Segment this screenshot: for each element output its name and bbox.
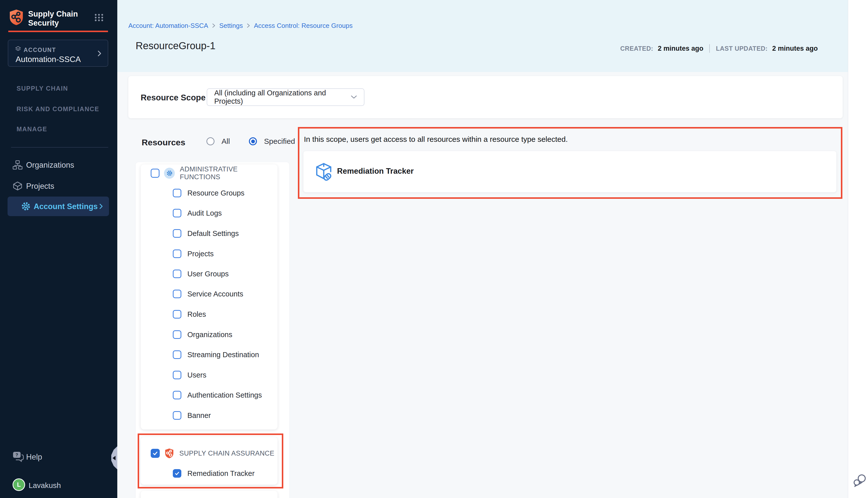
scope-note: In this scope, users get access to all r… xyxy=(304,135,568,144)
resource-label: Roles xyxy=(187,310,206,318)
resource-row: Authentication Settings xyxy=(173,390,262,400)
account-selector[interactable]: ACCOUNT Automation-SSCA xyxy=(8,40,108,67)
gear-badge-icon xyxy=(164,168,175,179)
timestamps: CREATED: 2 minutes ago LAST UPDATED: 2 m… xyxy=(620,44,818,53)
sca-shield-icon xyxy=(164,448,174,459)
resource-scope-value: All (including all Organizations and Pro… xyxy=(214,89,351,105)
resource-label: Streaming Destination xyxy=(187,351,259,359)
account-label: ACCOUNT xyxy=(24,47,56,53)
resource-row: Default Settings xyxy=(173,228,239,238)
feedback-chat-bubbles-icon[interactable] xyxy=(853,474,867,487)
help-button[interactable]: ? Help xyxy=(0,450,75,465)
meta-separator xyxy=(709,44,710,53)
checkbox-banner[interactable] xyxy=(173,411,181,420)
checkbox-resource-groups[interactable] xyxy=(173,189,181,197)
user-name: Lavakush xyxy=(29,481,61,490)
help-chat-icon: ? xyxy=(13,451,24,462)
resource-label: Organizations xyxy=(187,331,232,339)
checkbox-supply-chain-assurance[interactable] xyxy=(151,449,160,458)
resource-label: Authentication Settings xyxy=(187,391,262,399)
resource-label: Service Accounts xyxy=(187,290,243,298)
group-label: ADMINISTRATIVE FUNCTIONS xyxy=(180,166,277,181)
breadcrumb-resource-groups[interactable]: Access Control: Resource Groups xyxy=(254,22,353,30)
resource-scope-select[interactable]: All (including all Organizations and Pro… xyxy=(207,88,364,106)
resource-row: Resource Groups xyxy=(173,188,244,198)
breadcrumb-settings[interactable]: Settings xyxy=(219,22,243,30)
resource-label: Banner xyxy=(187,411,211,420)
sidebar-item-account-settings[interactable]: Account Settings xyxy=(8,197,109,216)
sitemap-icon xyxy=(13,160,23,170)
resource-row: Streaming Destination xyxy=(173,350,259,360)
app-logo-shield-network-icon xyxy=(8,9,24,26)
selected-resource-card: Remediation Tracker xyxy=(303,151,837,192)
radio-specified-label[interactable]: Specified xyxy=(264,137,295,146)
created-value: 2 minutes ago xyxy=(658,45,703,52)
sidebar: Supply Chain Security ACCOUNT Automation… xyxy=(0,0,117,498)
sidebar-section-supply-chain[interactable]: SUPPLY CHAIN xyxy=(16,85,68,92)
last-updated-label: LAST UPDATED: xyxy=(716,45,767,52)
breadcrumb-account[interactable]: Account: Automation-SSCA xyxy=(128,22,208,30)
resource-label: Audit Logs xyxy=(187,209,222,218)
checkbox-user-groups[interactable] xyxy=(173,270,181,278)
checkbox-projects[interactable] xyxy=(173,249,181,258)
radio-all[interactable] xyxy=(206,137,215,145)
resource-row: Roles xyxy=(173,309,206,319)
chevron-right-icon xyxy=(100,203,103,209)
account-value: Automation-SSCA xyxy=(16,55,81,64)
waffle-grid-icon[interactable] xyxy=(94,14,103,22)
group-row-supply-chain-assurance: SUPPLY CHAIN ASSURANCE xyxy=(151,448,274,459)
resource-row: Banner xyxy=(173,410,211,420)
avatar: L xyxy=(13,479,25,491)
checkbox-authentication-settings[interactable] xyxy=(173,391,181,399)
created-label: CREATED: xyxy=(620,45,653,52)
checkbox-audit-logs[interactable] xyxy=(173,209,181,218)
chevron-down-icon xyxy=(351,95,357,99)
resource-row: Audit Logs xyxy=(173,208,222,218)
sidebar-item-organizations[interactable]: Organizations xyxy=(0,156,117,174)
sidebar-item-label: Account Settings xyxy=(34,202,98,211)
resource-row: Organizations xyxy=(173,330,232,340)
checkbox-roles[interactable] xyxy=(173,310,181,318)
resource-row: Service Accounts xyxy=(173,289,243,299)
sidebar-divider xyxy=(11,147,108,148)
resource-label: Projects xyxy=(187,250,214,258)
chevron-right-icon xyxy=(247,23,250,28)
resource-row: Projects xyxy=(173,249,214,259)
resource-scope-card: Resource Scope All (including all Organi… xyxy=(128,76,843,118)
selected-resource-title: Remediation Tracker xyxy=(337,167,414,176)
brand-accent-rule xyxy=(8,31,108,32)
checkbox-service-accounts[interactable] xyxy=(173,290,181,298)
radio-all-label[interactable]: All xyxy=(221,137,230,146)
breadcrumb: Account: Automation-SSCA Settings Access… xyxy=(128,22,353,30)
resource-label: Resource Groups xyxy=(187,189,244,197)
collapse-sidebar-icon xyxy=(113,456,116,460)
checkbox-remediation-tracker[interactable] xyxy=(173,469,181,478)
resource-group-card-supply-chain-assurance: SUPPLY CHAIN ASSURANCE Remediation Track… xyxy=(141,437,277,485)
resource-group-card-next xyxy=(141,491,277,498)
page-title: ResourceGroup-1 xyxy=(135,40,216,51)
checkbox-streaming-destination[interactable] xyxy=(173,350,181,359)
user-menu[interactable]: L Lavakush xyxy=(0,477,75,494)
radio-specified[interactable] xyxy=(249,137,257,145)
collapse-sidebar-handle[interactable] xyxy=(111,446,118,470)
sidebar-section-risk-and-compliance[interactable]: RISK AND COMPLIANCE xyxy=(16,105,99,113)
resource-row: Remediation Tracker xyxy=(173,468,255,479)
sidebar-item-label: Organizations xyxy=(26,161,74,170)
checkbox-users[interactable] xyxy=(173,371,181,379)
sidebar-section-manage[interactable]: MANAGE xyxy=(16,126,47,133)
resources-title: Resources xyxy=(142,137,185,147)
feedback-rail xyxy=(848,0,868,498)
checkbox-organizations[interactable] xyxy=(173,330,181,339)
checkbox-administrative-functions[interactable] xyxy=(151,169,159,178)
svg-text:?: ? xyxy=(16,453,18,457)
resource-label: Default Settings xyxy=(187,230,239,238)
sidebar-item-projects[interactable]: Projects xyxy=(0,178,117,195)
resource-row: Users xyxy=(173,370,206,380)
layers-icon xyxy=(15,46,21,52)
resources-mode-radios: All Specified xyxy=(206,137,295,146)
checkbox-default-settings[interactable] xyxy=(173,229,181,238)
resources-panel: ADMINISTRATIVE FUNCTIONS Resource Groups… xyxy=(135,162,289,498)
resource-row: User Groups xyxy=(173,269,229,279)
group-label: SUPPLY CHAIN ASSURANCE xyxy=(179,449,274,457)
gear-icon xyxy=(21,201,31,211)
